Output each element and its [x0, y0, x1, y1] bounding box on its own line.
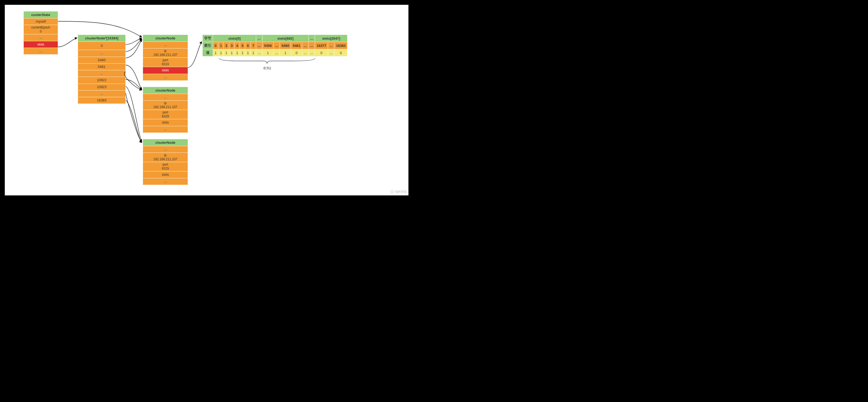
slot-array-row: 5460	[78, 57, 126, 64]
bit-table-cell: slots[682]	[262, 35, 308, 42]
slot-array-row: 10923	[78, 84, 126, 91]
bit-table-cell: 3	[229, 42, 234, 49]
bit-table-cell: 16383	[334, 42, 347, 49]
bit-table-cell: 0	[315, 49, 328, 56]
bit-table-cell: 1	[218, 49, 224, 56]
cluster-node-slots-row: slots	[143, 67, 188, 74]
bit-table-cell: 2	[224, 42, 229, 49]
cluster-node-row: ip 192.168.211.107	[143, 49, 188, 58]
bit-table-cell: 值	[203, 49, 213, 56]
bit-table-cell: 1	[245, 49, 251, 56]
bit-table-cell: ...	[328, 42, 334, 49]
cluster-node-row: ...	[143, 126, 188, 133]
bit-table-cell: ...	[328, 49, 334, 56]
bit-table-cell: ...	[309, 35, 315, 42]
slot-array-row: ...	[78, 70, 126, 77]
bit-table-cell: 5460	[280, 42, 291, 49]
bit-table-cell: ...	[274, 49, 280, 56]
bit-table-cell: ...	[256, 35, 262, 42]
bit-table-cell: ...	[256, 49, 262, 56]
cluster-state-header: custerState	[24, 11, 58, 19]
bit-table-cell: 1	[229, 49, 234, 56]
slot-array-row: ...	[78, 91, 126, 97]
brace-annotation: 全为1	[218, 57, 316, 70]
bit-table-cell: 1	[234, 49, 240, 56]
bit-table-cell: ...	[256, 42, 262, 49]
cluster-node-row: slots	[143, 172, 188, 178]
cluster-state-row: ...	[24, 48, 58, 55]
bit-table-cell: 1	[213, 49, 218, 56]
cluster-node-row: ...	[143, 42, 188, 49]
bit-table-cell: 4	[234, 42, 240, 49]
bit-table-cell: 5	[240, 42, 245, 49]
cluster-node-row: port 6329	[143, 110, 188, 119]
bit-table-cell: slots[0]	[213, 35, 256, 42]
cluster-state-row: ...	[24, 34, 58, 41]
bit-table-cell: 1	[218, 42, 224, 49]
cluster-node-row: ip 192.168.211.107	[143, 101, 188, 110]
cluster-node-row: ...	[143, 146, 188, 153]
slot-array-row: ...	[78, 50, 126, 57]
brace-label: 全为1	[218, 66, 316, 70]
bit-table-cell: ...	[309, 49, 315, 56]
slots-array-box: clsuterNode*[16384] 0 ... 5460 5461 ... …	[78, 35, 126, 104]
watermark: C 创作宣告	[390, 190, 407, 194]
bit-table-cell: ...	[302, 49, 309, 56]
bit-table-cell: 16377	[315, 42, 328, 49]
cluster-node-box: clsuterNode ... ip 192.168.211.107 port …	[143, 35, 188, 81]
diagram-canvas: custerState myself currentEpoch 0 ... sl…	[5, 5, 408, 195]
bit-table-cell: 1	[280, 49, 291, 56]
cluster-node-header: clsuterNode	[143, 35, 188, 42]
cluster-node-row: ...	[143, 94, 188, 101]
cluster-node-header: clsuterNode	[143, 139, 188, 146]
bit-table-cell: ...	[309, 42, 315, 49]
cluster-node-box: clsuterNode ... ip 192.168.211.107 port …	[143, 87, 188, 133]
bit-table-cell: 5456	[262, 42, 274, 49]
cluster-node-row: ...	[143, 74, 188, 81]
bit-table-cell: ...	[274, 42, 280, 49]
arrows-layer	[5, 5, 408, 195]
cluster-node-box: clsuterNode ... ip 192.168.211.107 port …	[143, 139, 188, 185]
bit-table-cell: 1	[224, 49, 229, 56]
bit-table-cell: ...	[302, 42, 309, 49]
bit-table-cell: 0	[213, 42, 218, 49]
bit-table-cell: 索引	[203, 42, 213, 49]
cluster-node-row: ip 192.168.211.107	[143, 153, 188, 162]
slot-array-row: 0	[78, 42, 126, 50]
slots-array-header: clsuterNode*[16384]	[78, 35, 126, 42]
bit-table-cell: 1	[262, 49, 274, 56]
cluster-state-slots-row: slots	[24, 41, 58, 48]
slot-array-row: 5461	[78, 64, 126, 70]
watermark-logo-icon: C	[390, 190, 394, 194]
bit-table-cell: 字节	[203, 35, 213, 42]
slots-bit-table: 字节slots[0]...slots[682]...slots[2047]索引0…	[203, 35, 347, 56]
cluster-state-row: currentEpoch 0	[24, 25, 58, 34]
slot-array-row: 10922	[78, 77, 126, 84]
cluster-state-box: custerState myself currentEpoch 0 ... sl…	[24, 11, 58, 55]
slot-array-row: 16383	[78, 97, 126, 104]
cluster-node-row: port 6329	[143, 162, 188, 172]
cluster-node-header: clsuterNode	[143, 87, 188, 94]
bit-table-cell: 5461	[291, 42, 302, 49]
bit-table-cell: 1	[251, 49, 256, 56]
bit-table-cell: 7	[251, 42, 256, 49]
bit-table-cell: 1	[240, 49, 245, 56]
bit-table-cell: slots[2047]	[315, 35, 347, 42]
cluster-node-row: ...	[143, 178, 188, 185]
cluster-node-row: port 6319	[143, 58, 188, 67]
cluster-state-row: myself	[24, 19, 58, 25]
bit-table-cell: 6	[245, 42, 251, 49]
cluster-node-row: slots	[143, 119, 188, 126]
bit-table-cell: 0	[334, 49, 347, 56]
watermark-text: 创作宣告	[395, 190, 407, 194]
bit-table-cell: 0	[291, 49, 302, 56]
